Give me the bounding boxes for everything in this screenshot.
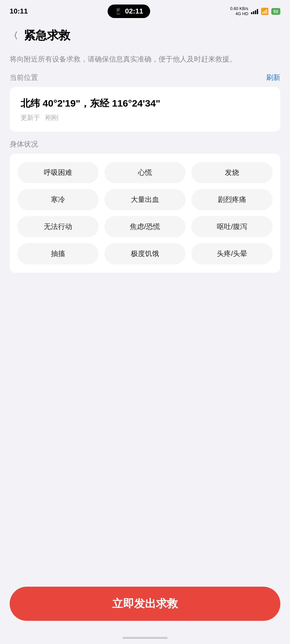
- location-coords: 北纬 40°2'19"，东经 116°24'34": [21, 97, 269, 110]
- call-timer: 📱 02:11: [108, 5, 150, 18]
- update-time: 刚刚: [45, 114, 58, 121]
- sos-button[interactable]: 立即发出求救: [10, 587, 280, 621]
- condition-tag[interactable]: 极度饥饿: [104, 243, 186, 264]
- condition-section-header: 身体状况: [10, 139, 280, 149]
- spacer: [10, 280, 280, 574]
- status-bar: 10:11 📱 02:11 0.60 KB/s 4G HD 📶 53: [0, 0, 290, 21]
- refresh-button[interactable]: 刷新: [266, 73, 280, 82]
- page-title: 紧急求救: [24, 28, 70, 43]
- condition-tag[interactable]: 呕吐/腹泻: [191, 216, 273, 237]
- call-time-display: 02:11: [125, 7, 143, 15]
- condition-tag[interactable]: 头疼/头晕: [191, 243, 273, 264]
- condition-tag[interactable]: 无法行动: [17, 216, 99, 237]
- location-update: 更新于 刚刚: [21, 113, 269, 122]
- battery-level: 53: [274, 9, 278, 14]
- location-label: 当前位置: [10, 73, 38, 82]
- back-arrow-icon: 〈: [9, 30, 18, 42]
- location-section: 当前位置 刷新 北纬 40°2'19"，东经 116°24'34" 更新于 刚刚: [10, 73, 280, 132]
- condition-tag[interactable]: 大量出血: [104, 189, 186, 210]
- description-text: 将向附近所有设备求救，请确保信息真实准确，便于他人及时赶来救援。: [10, 53, 280, 65]
- body-condition-section: 身体状况 呼吸困难心慌发烧寒冷大量出血剧烈疼痛无法行动焦虑/恐慌呕吐/腹泻抽搐极…: [10, 139, 280, 273]
- wifi-icon: 📶: [261, 7, 269, 15]
- battery-icon: 53: [271, 8, 280, 15]
- back-button[interactable]: 〈: [6, 29, 21, 43]
- signal-bars: [251, 8, 258, 14]
- phone-icon: 📱: [115, 8, 122, 15]
- network-info: 0.60 KB/s 4G HD: [230, 6, 248, 16]
- condition-tag[interactable]: 焦虑/恐慌: [104, 216, 186, 237]
- location-section-header: 当前位置 刷新: [10, 73, 280, 82]
- condition-card: 呼吸困难心慌发烧寒冷大量出血剧烈疼痛无法行动焦虑/恐慌呕吐/腹泻抽搐极度饥饿头疼…: [10, 154, 280, 273]
- condition-tag[interactable]: 发烧: [191, 162, 273, 183]
- status-right: 0.60 KB/s 4G HD 📶 53: [230, 6, 280, 16]
- network-type: 4G HD: [236, 11, 248, 16]
- home-bar: [122, 637, 168, 639]
- location-card: 北纬 40°2'19"，东经 116°24'34" 更新于 刚刚: [10, 87, 280, 132]
- condition-tag[interactable]: 心慌: [104, 162, 186, 183]
- status-time: 10:11: [10, 7, 28, 15]
- main-content: 将向附近所有设备求救，请确保信息真实准确，便于他人及时赶来救援。 当前位置 刷新…: [0, 47, 290, 580]
- condition-grid: 呼吸困难心慌发烧寒冷大量出血剧烈疼痛无法行动焦虑/恐慌呕吐/腹泻抽搐极度饥饿头疼…: [17, 162, 273, 264]
- home-indicator: [0, 634, 290, 644]
- condition-tag[interactable]: 呼吸困难: [17, 162, 99, 183]
- condition-tag[interactable]: 剧烈疼痛: [191, 189, 273, 210]
- header: 〈 紧急求救: [0, 21, 290, 47]
- condition-label: 身体状况: [10, 139, 38, 149]
- network-speed: 0.60 KB/s: [230, 6, 248, 11]
- condition-tag[interactable]: 寒冷: [17, 189, 99, 210]
- update-label: 更新于: [21, 114, 40, 121]
- bottom-area: 立即发出求救: [0, 580, 290, 634]
- condition-tag[interactable]: 抽搐: [17, 243, 99, 264]
